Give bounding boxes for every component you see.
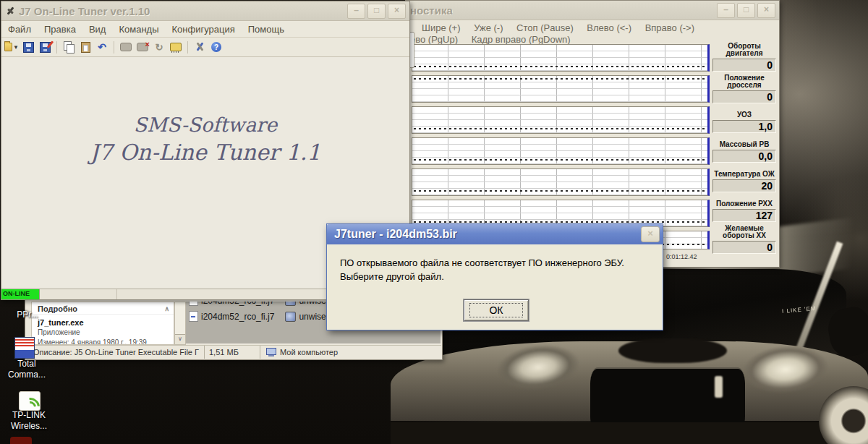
partial-desktop-icon[interactable]	[10, 437, 32, 444]
ok-button-label: ОК	[469, 303, 522, 317]
menu-commands[interactable]: Команды	[112, 24, 165, 35]
car-badge	[715, 376, 723, 398]
message-dialog: J7tuner - i204dm53.bir × ПО открываемого…	[326, 223, 663, 330]
status-segment	[40, 289, 117, 299]
param-row: Положение РХХ 127	[712, 195, 776, 222]
file-row-clipped: i204dm52_rco_fi.j7 unwise...	[189, 302, 333, 306]
minimize-button[interactable]: –	[347, 4, 365, 19]
chart-ignition	[412, 106, 710, 134]
close-icon[interactable]: ×	[388, 4, 406, 19]
desktop-icon-tplink[interactable]: TP-LINK Wireles...	[1, 410, 56, 432]
diagnostics-menu-row1: Шире (+) Уже (-) Стоп (Pause) Влево (<-)…	[406, 22, 779, 33]
close-icon[interactable]: ×	[641, 226, 660, 242]
param-row: Массовый РВ 0,0	[712, 136, 776, 163]
tplink-wireless-icon[interactable]	[19, 391, 41, 411]
online-status-badge: ON-LINE	[1, 289, 40, 299]
refresh-button[interactable]: ↻	[152, 40, 166, 54]
menu-frame-right[interactable]: Кадр вправо (PgDown)	[472, 34, 571, 45]
menu-stop[interactable]: Стоп (Pause)	[516, 22, 574, 33]
param-value: 0	[712, 59, 776, 72]
paste-button[interactable]	[78, 40, 93, 54]
details-pane: Подробно ∧ j7_tuner.exe Приложение Измен…	[31, 302, 174, 345]
file-icon	[189, 311, 198, 322]
menu-configuration[interactable]: Конфигурация	[166, 24, 242, 35]
selected-file-type: Приложение	[38, 328, 174, 336]
param-row: Обороты двигателя 0	[712, 43, 776, 72]
maximize-button[interactable]: □	[737, 3, 755, 18]
car-bumper	[391, 422, 868, 444]
my-computer-icon	[266, 348, 276, 357]
total-commander-icon[interactable]	[14, 337, 35, 359]
param-row: Желаемые обороты ХХ 0	[712, 225, 776, 254]
menu-narrower[interactable]: Уже (-)	[474, 22, 503, 33]
splash-line2: J7 On-Line Tuner 1.1	[1, 140, 409, 165]
tuner-menubar: Файл Правка Вид Команды Конфигурация Пом…	[1, 21, 409, 38]
menu-wider[interactable]: Шире (+)	[422, 22, 461, 33]
read-ecu-button[interactable]	[119, 40, 133, 54]
ecu-chip-button[interactable]	[169, 40, 183, 54]
menu-help[interactable]: Помощь	[242, 24, 291, 35]
param-row: Температура ОЖ 20	[712, 166, 776, 192]
menu-left[interactable]: Влево (<-)	[587, 22, 631, 33]
ok-button[interactable]: ОК	[464, 299, 529, 321]
param-value: 1,0	[712, 120, 776, 133]
maximize-button[interactable]: □	[367, 4, 386, 19]
dialog-titlebar[interactable]: J7tuner - i204dm53.bir ×	[327, 224, 663, 244]
minimize-button[interactable]: –	[717, 3, 735, 18]
param-value: 127	[712, 209, 776, 222]
tuner-title: J7 On-Line Tuner ver.1.10	[19, 5, 150, 17]
status-file-size: 1,51 МБ	[205, 346, 260, 359]
status-location: Мой компьютер	[280, 348, 338, 357]
chart-maf	[412, 137, 710, 165]
param-row: Положение дросселя 0	[712, 74, 776, 103]
details-scrollbar[interactable]: ∨	[174, 302, 186, 345]
param-value: 20	[712, 179, 776, 192]
help-icon: ?	[211, 42, 221, 52]
scroll-down-icon[interactable]: ∨	[175, 334, 185, 344]
open-file-button[interactable]: ▼	[4, 40, 19, 54]
selected-file-name: j7_tuner.exe	[38, 318, 174, 327]
file-row: i204dm52_rco_fi.j7 unwise...	[189, 311, 333, 322]
abort-button[interactable]: ×	[135, 40, 150, 54]
param-value: 0	[712, 241, 776, 254]
desktop-icon-total-commander[interactable]: Total Comma...	[0, 359, 54, 380]
tuner-titlebar[interactable]: J7 On-Line Tuner ver.1.10 – □ ×	[1, 1, 409, 21]
parameter-panel: Обороты двигателя 0 Положение дросселя 0…	[712, 43, 776, 257]
menu-view[interactable]: Вид	[82, 24, 113, 35]
chart-rpm	[412, 44, 710, 72]
splash-line1: SMS-Software	[1, 114, 409, 136]
car-hood-scoop	[618, 338, 727, 363]
save-button[interactable]	[21, 40, 35, 54]
menu-right[interactable]: Вправо (->)	[645, 22, 694, 33]
explorer-statusbar: Описание: J5 On-Line Tuner Executable Fi…	[26, 345, 441, 359]
dialog-message: ПО открываемого файла не соответствует П…	[340, 256, 624, 283]
param-value: 0	[712, 90, 776, 103]
menu-edit[interactable]: Правка	[38, 24, 82, 35]
param-value: 0,0	[712, 150, 776, 163]
menu-frame-left[interactable]: ево (PgUp)	[410, 34, 458, 45]
menu-file[interactable]: Файл	[1, 24, 38, 35]
chart-coolant	[412, 168, 710, 196]
file-item[interactable]: i204dm52_rco_fi.j7	[201, 312, 274, 322]
diagnostics-titlebar[interactable]: ностика – □ ×	[406, 1, 779, 20]
undo-button[interactable]: ↶	[95, 40, 109, 54]
param-row: УОЗ 1,0	[712, 106, 776, 133]
file-icon	[189, 302, 198, 306]
desktop-icon-ppr[interactable]: PPr...	[4, 309, 51, 320]
dialog-message-line2: Выберите другой файл.	[340, 270, 624, 283]
chart-timestamp: 0:01:12.42	[666, 253, 710, 260]
help-button[interactable]: ?	[209, 40, 224, 54]
settings-button[interactable]	[192, 40, 207, 54]
copy-button[interactable]	[61, 40, 76, 54]
close-icon[interactable]: ×	[757, 3, 775, 18]
save-as-button[interactable]	[38, 40, 52, 54]
app-file-icon	[285, 302, 296, 306]
file-item[interactable]: i204dm52_rco_fi.j7	[201, 302, 274, 306]
collapse-icon[interactable]: ∧	[164, 305, 169, 312]
app-icon	[6, 7, 15, 16]
dialog-message-line1: ПО открываемого файла не соответствует П…	[340, 256, 624, 270]
toolbar-separator	[56, 41, 57, 54]
app-file-icon	[285, 312, 296, 322]
desktop: I LIKE 'EM ностика – □ × Шире (+) Уже (-…	[0, 0, 868, 444]
status-description: Описание: J5 On-Line Tuner Executable Fi…	[26, 346, 205, 359]
